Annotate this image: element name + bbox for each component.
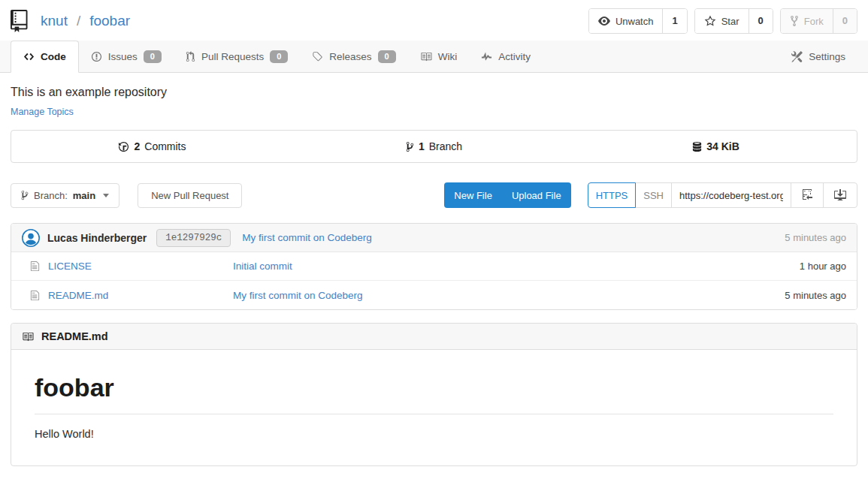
file-commit-time: 5 minutes ago (785, 290, 846, 301)
branch-icon (406, 141, 414, 152)
size-label: 34 KiB (706, 140, 739, 152)
file-name-link[interactable]: LICENSE (48, 261, 92, 272)
tab-issues-label: Issues (108, 51, 138, 62)
file-actions-group: New File Upload File (444, 182, 570, 208)
branch-label: Branch: (34, 190, 68, 201)
download-icon (834, 189, 846, 201)
description-text: This is an example repository (11, 86, 857, 99)
tab-wiki-label: Wiki (438, 51, 458, 62)
repo-description: This is an example repository Manage Top… (0, 73, 868, 118)
repo-name-link[interactable]: foobar (89, 13, 130, 29)
clone-url-group: HTTPS SSH (588, 182, 857, 208)
clipboard-copy-icon (802, 189, 812, 201)
file-row: LICENSE Initial commit 1 hour ago (11, 252, 857, 281)
pull-requests-count-badge: 0 (270, 50, 288, 63)
star-button[interactable]: Star (695, 9, 749, 33)
commits-count: 2 (134, 140, 140, 152)
repo-tabbar: Code Issues 0 Pull Requests 0 Releases 0… (0, 41, 868, 73)
star-icon (704, 15, 716, 27)
file-icon (30, 261, 40, 272)
file-row: README.md My first commit on Codeberg 5 … (11, 281, 857, 309)
unwatch-button[interactable]: Unwatch (589, 9, 663, 33)
commits-label: Commits (144, 140, 186, 152)
activity-icon (481, 51, 492, 62)
new-file-button[interactable]: New File (444, 183, 502, 208)
fork-icon (790, 15, 799, 27)
tab-pull-requests[interactable]: Pull Requests 0 (174, 41, 300, 72)
commit-author: Lucas Hinderberger (47, 232, 147, 244)
tab-issues[interactable]: Issues 0 (79, 41, 174, 72)
file-commit-message-link[interactable]: My first commit on Codeberg (233, 290, 363, 301)
file-name-link[interactable]: README.md (48, 290, 108, 301)
branch-name: main (73, 190, 95, 201)
repo-header: knut / foobar Unwatch 1 Star 0 Fork 0 (0, 0, 868, 41)
size-stat: 34 KiB (575, 131, 857, 162)
readme-filename: README.md (41, 330, 108, 342)
tab-releases[interactable]: Releases 0 (300, 41, 407, 72)
https-protocol-button[interactable]: HTTPS (588, 182, 637, 208)
tab-pull-requests-label: Pull Requests (201, 51, 264, 62)
latest-commit-row: Lucas Hinderberger 1e1297929c My first c… (11, 224, 857, 252)
eye-icon (598, 15, 610, 27)
readme-panel: README.md foobar Hello World! (11, 323, 857, 466)
ssh-protocol-button[interactable]: SSH (635, 182, 672, 208)
clone-url-input[interactable] (671, 182, 791, 208)
tab-wiki[interactable]: Wiki (408, 41, 470, 72)
unwatch-label: Unwatch (615, 16, 654, 27)
caret-down-icon (103, 194, 109, 197)
commit-message-link[interactable]: My first commit on Codeberg (242, 232, 372, 243)
code-toolbar: Branch: main New Pull Request New File U… (11, 182, 857, 208)
commit-hash-link[interactable]: 1e1297929c (156, 229, 231, 247)
download-archive-button[interactable] (823, 182, 857, 208)
repo-book-icon (11, 10, 33, 32)
commit-time: 5 minutes ago (785, 232, 846, 243)
branches-stat[interactable]: 1 Branch (293, 131, 575, 162)
tab-settings[interactable]: Settings (779, 41, 857, 72)
releases-count-badge: 0 (378, 50, 396, 63)
readme-heading: foobar (35, 373, 833, 414)
repo-owner-link[interactable]: knut (41, 13, 68, 29)
file-name-cell: README.md (22, 290, 233, 301)
issues-count-badge: 0 (144, 50, 162, 63)
star-button-group: Star 0 (694, 8, 773, 34)
stars-count[interactable]: 0 (749, 9, 773, 33)
branches-label: Branch (429, 140, 462, 152)
tab-settings-label: Settings (809, 51, 845, 62)
file-list: Lucas Hinderberger 1e1297929c My first c… (11, 223, 857, 310)
star-label: Star (721, 16, 739, 27)
repo-stats-bar: 2 Commits 1 Branch 34 KiB (11, 130, 857, 163)
fork-label: Fork (804, 16, 824, 27)
readme-paragraph: Hello World! (35, 428, 833, 440)
new-pull-request-button[interactable]: New Pull Request (138, 183, 242, 208)
branches-count: 1 (419, 140, 425, 152)
file-commit-time: 1 hour ago (800, 261, 846, 272)
readme-header: README.md (11, 324, 857, 350)
copy-clone-url-button[interactable] (791, 182, 824, 208)
readme-content: foobar Hello World! (11, 350, 857, 465)
file-name-cell: LICENSE (22, 261, 233, 272)
history-icon (118, 141, 129, 152)
file-icon (30, 290, 40, 301)
tab-activity[interactable]: Activity (469, 41, 543, 72)
tab-activity-label: Activity (498, 51, 531, 62)
breadcrumb: knut / foobar (11, 10, 130, 32)
toolbar-right: New File Upload File HTTPS SSH (444, 182, 857, 208)
branch-icon (21, 190, 29, 200)
tab-code-label: Code (41, 51, 66, 62)
upload-file-button[interactable]: Upload File (502, 183, 571, 208)
manage-topics-link[interactable]: Manage Topics (11, 107, 74, 117)
avatar[interactable] (22, 229, 40, 247)
watchers-count[interactable]: 1 (662, 9, 686, 33)
code-icon (23, 51, 35, 62)
tab-code[interactable]: Code (11, 41, 79, 73)
forks-count[interactable]: 0 (833, 9, 857, 33)
breadcrumb-separator: / (77, 13, 80, 29)
branch-selector[interactable]: Branch: main (11, 183, 119, 208)
tab-releases-label: Releases (329, 51, 371, 62)
watch-button-group: Unwatch 1 (588, 8, 688, 34)
pull-request-icon (186, 51, 195, 62)
fork-button[interactable]: Fork (781, 9, 833, 33)
repo-actions: Unwatch 1 Star 0 Fork 0 (588, 8, 857, 34)
commits-stat[interactable]: 2 Commits (11, 131, 293, 162)
file-commit-message-link[interactable]: Initial commit (233, 261, 292, 272)
